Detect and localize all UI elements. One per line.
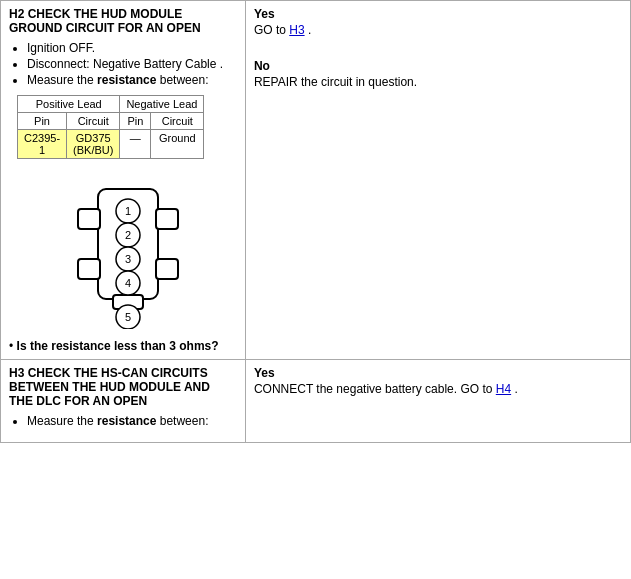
- h3-right-cell: Yes CONNECT the negative battery cable. …: [245, 360, 630, 443]
- h2-no-text: REPAIR the circuit in question.: [254, 75, 622, 89]
- h4-link[interactable]: H4: [496, 382, 511, 396]
- h3-bullet-item-1: Measure the resistance between:: [27, 414, 237, 428]
- h3-yes-text: CONNECT the negative battery cable. GO t…: [254, 382, 622, 396]
- measurement-table: Positive Lead Negative Lead Pin Circuit …: [17, 95, 204, 159]
- h3-left-cell: H3 CHECK THE HS-CAN CIRCUITS BETWEEN THE…: [1, 360, 246, 443]
- pos-pin-cell: C2395-1: [18, 130, 67, 159]
- svg-rect-3: [156, 209, 178, 229]
- h3-link[interactable]: H3: [289, 23, 304, 37]
- svg-rect-4: [156, 259, 178, 279]
- neg-lead-header: Negative Lead: [120, 96, 204, 113]
- col-header-neg-pin: Pin: [120, 113, 151, 130]
- neg-circuit-cell: Ground: [151, 130, 204, 159]
- svg-text:3: 3: [125, 253, 131, 265]
- table-row: C2395-1 GD375(BK/BU) — Ground: [18, 130, 204, 159]
- bullet-item-2: Disconnect: Negative Battery Cable .: [27, 57, 237, 71]
- h2-title: H2 CHECK THE HUD MODULE GROUND CIRCUIT F…: [9, 7, 237, 35]
- bullet-item-1: Ignition OFF.: [27, 41, 237, 55]
- h2-left-cell: H2 CHECK THE HUD MODULE GROUND CIRCUIT F…: [1, 1, 246, 360]
- h3-title: H3 CHECK THE HS-CAN CIRCUITS BETWEEN THE…: [9, 366, 237, 408]
- h2-question: • Is the resistance less than 3 ohms?: [9, 339, 237, 353]
- pos-circuit-cell: GD375(BK/BU): [67, 130, 120, 159]
- h3-bullet-list: Measure the resistance between:: [9, 414, 237, 428]
- neg-pin-cell: —: [120, 130, 151, 159]
- svg-rect-1: [78, 209, 100, 229]
- svg-rect-2: [78, 259, 100, 279]
- svg-text:4: 4: [125, 277, 131, 289]
- connector-diagram: 1 2 3 4 5: [58, 169, 188, 329]
- svg-text:2: 2: [125, 229, 131, 241]
- col-header-pos-pin: Pin: [18, 113, 67, 130]
- h2-yes-label: Yes: [254, 7, 622, 21]
- bullet-item-3: Measure the resistance between:: [27, 73, 237, 87]
- h2-right-cell: Yes GO to H3 . No REPAIR the circuit in …: [245, 1, 630, 360]
- h2-no-label: No: [254, 59, 622, 73]
- h2-yes-text: GO to H3 .: [254, 23, 622, 37]
- pos-lead-header: Positive Lead: [18, 96, 120, 113]
- col-header-neg-circuit: Circuit: [151, 113, 204, 130]
- svg-text:5: 5: [125, 311, 131, 323]
- svg-text:1: 1: [125, 205, 131, 217]
- col-header-pos-circuit: Circuit: [67, 113, 120, 130]
- h2-bullet-list: Ignition OFF. Disconnect: Negative Batte…: [9, 41, 237, 87]
- h3-yes-label: Yes: [254, 366, 622, 380]
